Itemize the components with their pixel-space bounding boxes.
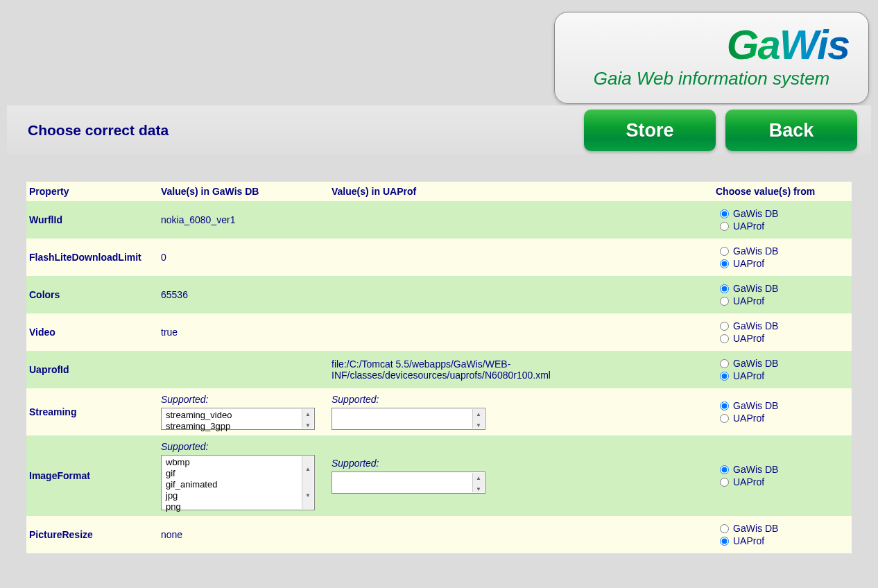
uaprof-value-cell: Supported:▲▼ xyxy=(329,388,713,435)
choice-option: GaWis DB xyxy=(720,358,849,369)
scroll-spinner[interactable]: ▲▼ xyxy=(472,409,484,429)
spinner-down-icon[interactable]: ▼ xyxy=(302,483,313,509)
spinner-up-icon[interactable]: ▲ xyxy=(473,473,484,484)
uaprof-value-cell xyxy=(329,201,713,239)
choice-option: GaWis DB xyxy=(720,523,849,534)
choice-option: UAProf xyxy=(720,333,849,344)
supported-label: Supported: xyxy=(161,441,326,452)
page: GaWis Gaia Web information system Choose… xyxy=(0,0,878,588)
choice-radio-gawis[interactable] xyxy=(720,359,729,368)
choice-option: GaWis DB xyxy=(720,283,849,294)
choice-radio-uaprof[interactable] xyxy=(720,334,729,343)
choice-label: UAProf xyxy=(733,476,764,487)
gawis-value-cell: Supported:wbmpgifgif_animatedjpgpng▲▼ xyxy=(158,435,329,516)
choose-cell: GaWis DBUAProf xyxy=(713,239,852,276)
uaprof-value-cell: Supported:▲▼ xyxy=(329,435,713,516)
spinner-up-icon[interactable]: ▲ xyxy=(302,456,313,483)
uaprof-value-cell: file:/C:/Tomcat 5.5/webapps/GaWis/WEB-IN… xyxy=(329,351,713,388)
gawis-value-cell: Supported:streaming_videostreaming_3gpp▲… xyxy=(158,388,329,435)
spinner-down-icon[interactable]: ▼ xyxy=(302,420,313,431)
choice-radio-uaprof[interactable] xyxy=(720,478,729,487)
choice-option: GaWis DB xyxy=(720,400,849,411)
table-row: UaprofIdfile:/C:/Tomcat 5.5/webapps/GaWi… xyxy=(26,351,852,388)
header-buttons: Store Back xyxy=(584,110,857,151)
store-button[interactable]: Store xyxy=(584,110,716,151)
choice-radio-gawis[interactable] xyxy=(720,401,729,410)
gawis-value-cell: true xyxy=(158,313,329,351)
choice-label: UAProf xyxy=(733,370,764,381)
choose-cell: GaWis DBUAProf xyxy=(713,313,852,351)
table-row: Colors65536GaWis DBUAProf xyxy=(26,276,852,313)
choice-radio-gawis[interactable] xyxy=(720,247,729,256)
choice-radio-uaprof[interactable] xyxy=(720,259,729,268)
uaprof-listbox[interactable]: ▲▼ xyxy=(332,408,485,430)
scroll-spinner[interactable]: ▲▼ xyxy=(472,473,484,492)
choice-radio-uaprof[interactable] xyxy=(720,537,729,546)
page-title: Choose correct data xyxy=(28,122,169,139)
choice-label: GaWis DB xyxy=(733,208,778,219)
property-cell: Video xyxy=(26,313,158,351)
choice-option: UAProf xyxy=(720,370,849,381)
choice-option: GaWis DB xyxy=(720,208,849,219)
choice-option: UAProf xyxy=(720,476,849,487)
data-table: Property Value(s) in GaWis DB Value(s) i… xyxy=(26,182,852,553)
choice-radio-gawis[interactable] xyxy=(720,524,729,533)
supported-label: Supported: xyxy=(161,394,326,405)
table-row: PictureResizenoneGaWis DBUAProf xyxy=(26,516,852,553)
choice-label: UAProf xyxy=(733,295,764,306)
property-cell: PictureResize xyxy=(26,516,158,553)
choice-radio-uaprof[interactable] xyxy=(720,372,729,381)
choice-option: UAProf xyxy=(720,413,849,424)
choice-radio-uaprof[interactable] xyxy=(720,297,729,306)
spinner-up-icon[interactable]: ▲ xyxy=(302,409,313,420)
property-cell: WurflId xyxy=(26,201,158,239)
scroll-spinner[interactable]: ▲▼ xyxy=(302,409,313,429)
choose-cell: GaWis DBUAProf xyxy=(713,201,852,239)
choice-radio-gawis[interactable] xyxy=(720,209,729,218)
choose-cell: GaWis DBUAProf xyxy=(713,388,852,435)
choice-label: UAProf xyxy=(733,220,764,232)
choice-label: GaWis DB xyxy=(733,523,778,534)
uaprof-value-cell xyxy=(329,516,713,553)
back-button[interactable]: Back xyxy=(725,110,857,151)
choice-radio-uaprof[interactable] xyxy=(720,414,729,423)
table-row: WurflIdnokia_6080_ver1GaWis DBUAProf xyxy=(26,201,852,239)
choice-label: UAProf xyxy=(733,258,764,269)
gawis-value-cell: 0 xyxy=(158,239,329,276)
choose-cell: GaWis DBUAProf xyxy=(713,435,852,516)
gawis-value-cell: nokia_6080_ver1 xyxy=(158,201,329,239)
choice-label: UAProf xyxy=(733,333,764,344)
gawis-listbox[interactable]: wbmpgifgif_animatedjpgpng▲▼ xyxy=(161,455,315,510)
choice-option: UAProf xyxy=(720,220,849,232)
table-header-row: Property Value(s) in GaWis DB Value(s) i… xyxy=(26,182,852,201)
col-gawis: Value(s) in GaWis DB xyxy=(158,182,329,201)
col-property: Property xyxy=(26,182,158,201)
property-cell: Colors xyxy=(26,276,158,313)
uaprof-value-cell xyxy=(329,239,713,276)
scroll-spinner[interactable]: ▲▼ xyxy=(302,456,313,509)
spinner-down-icon[interactable]: ▼ xyxy=(473,484,484,495)
logo-main-text: GaWis xyxy=(727,26,849,64)
uaprof-value-cell xyxy=(329,313,713,351)
uaprof-listbox[interactable]: ▲▼ xyxy=(332,472,485,494)
choice-radio-uaprof[interactable] xyxy=(720,222,729,231)
choice-radio-gawis[interactable] xyxy=(720,465,729,474)
gawis-value-cell xyxy=(158,351,329,388)
header-bar: Choose correct data Store Back xyxy=(7,105,871,155)
spinner-up-icon[interactable]: ▲ xyxy=(473,409,484,420)
spinner-down-icon[interactable]: ▼ xyxy=(473,420,484,431)
choose-cell: GaWis DBUAProf xyxy=(713,516,852,553)
choice-radio-gawis[interactable] xyxy=(720,284,729,293)
gawis-value-cell: 65536 xyxy=(158,276,329,313)
gawis-listbox[interactable]: streaming_videostreaming_3gpp▲▼ xyxy=(161,408,315,430)
col-uaprof: Value(s) in UAProf xyxy=(329,182,713,201)
choice-label: GaWis DB xyxy=(733,245,778,257)
property-cell: UaprofId xyxy=(26,351,158,388)
choose-cell: GaWis DBUAProf xyxy=(713,276,852,313)
property-cell: ImageFormat xyxy=(26,435,158,516)
property-cell: FlashLiteDownloadLimit xyxy=(26,239,158,276)
logo-subtitle: Gaia Web information system xyxy=(594,68,830,89)
table-row: ImageFormatSupported:wbmpgifgif_animated… xyxy=(26,435,852,516)
choice-label: GaWis DB xyxy=(733,464,778,475)
choice-radio-gawis[interactable] xyxy=(720,322,729,331)
